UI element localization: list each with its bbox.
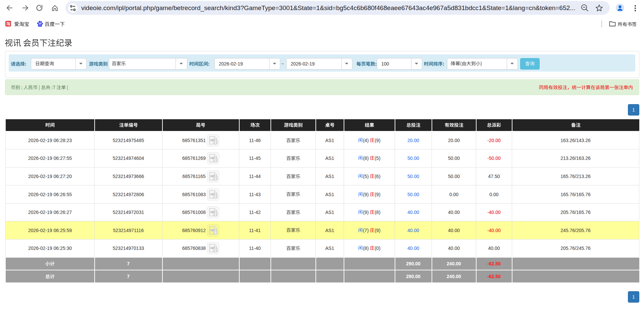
svg-text:du: du — [39, 24, 41, 26]
